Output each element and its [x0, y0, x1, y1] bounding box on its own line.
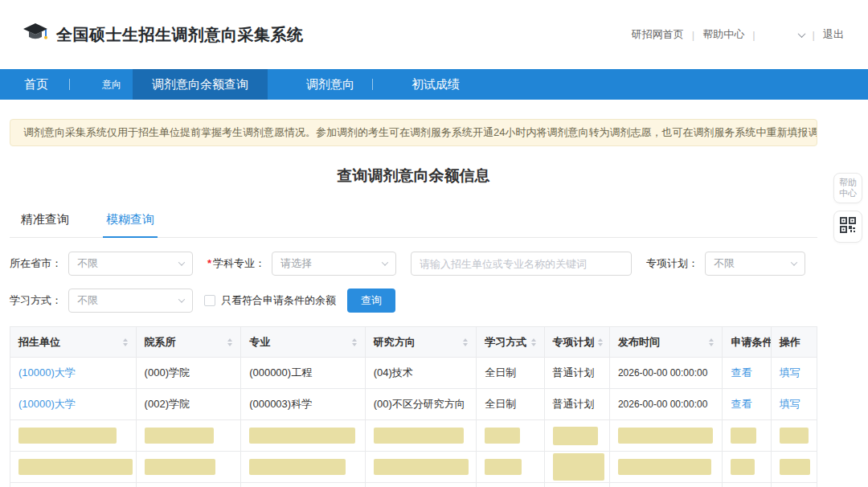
redacted-cell — [18, 428, 117, 444]
redacted-cell — [249, 428, 355, 444]
filter-row-2: 学习方式： 不限 只看符合申请条件的余额 查询 — [10, 289, 817, 313]
subject-select[interactable]: 请选择 — [272, 252, 396, 276]
query-button[interactable]: 查询 — [347, 289, 395, 313]
redacted-cell — [485, 428, 520, 444]
redacted-cell — [145, 428, 214, 444]
app-header: 全国硕士生招生调剂意向采集系统 研招网首页 | 帮助中心 | | 退出 — [0, 0, 868, 69]
filter-row-1: 所在省市： 不限 *学科专业： 请选择 专项计划： 不限 — [10, 252, 817, 276]
table-row-partial — [10, 483, 817, 487]
table-row-redacted — [10, 420, 817, 452]
col-header-publish-time: 发布时间 — [618, 335, 660, 350]
col-header-dept: 院系所 — [145, 335, 176, 350]
nav-item-tiaoji-yixiang[interactable]: 调剂意向 — [289, 69, 372, 100]
publish-time-cell: 2026-00-00 00:00:00 — [609, 358, 723, 389]
sort-icon[interactable] — [463, 338, 468, 346]
redacted-cell — [485, 459, 522, 475]
study-mode-select[interactable]: 不限 — [68, 289, 193, 313]
qr-code-widget[interactable] — [833, 211, 862, 243]
keyword-input[interactable] — [411, 252, 632, 276]
redacted-cell — [553, 427, 598, 445]
chevron-down-icon — [178, 259, 185, 265]
redacted-cell — [618, 459, 711, 475]
sort-icon[interactable] — [709, 338, 714, 346]
link-help-center[interactable]: 帮助中心 — [702, 27, 744, 42]
redacted-cell — [18, 459, 133, 475]
page-title: 查询调剂意向余额信息 — [10, 166, 817, 186]
study-mode-cell: 全日制 — [477, 358, 544, 389]
chevron-down-icon — [382, 259, 388, 265]
plan-cell: 普通计划 — [544, 389, 609, 420]
subject-label: *学科专业： — [207, 256, 265, 271]
query-tabs: 精准查询 模糊查询 — [10, 207, 817, 238]
nav-item-yixiang[interactable]: 意向 — [91, 69, 133, 100]
redacted-cell — [780, 428, 809, 444]
notice-banner: 调剂意向采集系统仅用于招生单位提前掌握考生调剂意愿情况。参加调剂的考生可在调剂服… — [10, 119, 817, 146]
redacted-cell — [553, 453, 604, 481]
sort-icon[interactable] — [531, 338, 536, 346]
chevron-down-icon — [178, 296, 185, 302]
graduation-cap-icon — [23, 23, 48, 47]
tab-precise-query[interactable]: 精准查询 — [18, 207, 72, 237]
plan-label: 专项计划： — [646, 256, 698, 271]
main-nav: 首页 意向 调剂意向余额查询 调剂意向 初试成绩 — [0, 69, 868, 100]
col-header-condition: 申请条件 — [731, 336, 771, 348]
table-row: (10000)大学 (002)学院 (000003)科学 (00)不区分研究方向… — [10, 389, 817, 420]
col-header-action: 操作 — [780, 336, 800, 348]
plan-cell: 普通计划 — [544, 358, 609, 389]
qr-code-icon — [840, 217, 856, 236]
col-header-major: 专业 — [249, 335, 270, 350]
nav-item-chushi-chengji[interactable]: 初试成绩 — [394, 69, 477, 100]
table-header-row: 招生单位 院系所 专业 研究方向 学习方式 专项计划 发布时间 申请条件 操作 — [10, 327, 817, 358]
fill-action-link[interactable]: 填写 — [780, 398, 800, 410]
major-cell: (000000)工程 — [241, 358, 366, 389]
study-mode-cell: 全日制 — [477, 389, 544, 420]
province-label: 所在省市： — [10, 256, 62, 271]
publish-time-cell: 2026-00-00 00:00:00 — [609, 389, 723, 420]
separator: | — [752, 29, 755, 41]
col-header-plan: 专项计划 — [553, 335, 595, 350]
tab-fuzzy-query[interactable]: 模糊查询 — [103, 207, 158, 238]
sort-icon[interactable] — [123, 338, 128, 346]
table-row: (10000)大学 (000)学院 (000000)工程 (04)技术 全日制 … — [10, 358, 817, 389]
unit-link[interactable]: (10000)大学 — [18, 398, 76, 410]
app-title: 全国硕士生招生调剂意向采集系统 — [56, 24, 304, 46]
eligible-only-checkbox-wrap[interactable]: 只看符合申请条件的余额 — [204, 293, 336, 308]
direction-cell: (04)技术 — [365, 358, 477, 389]
link-logout[interactable]: 退出 — [823, 27, 844, 42]
redacted-cell — [731, 428, 756, 444]
redacted-cell — [374, 428, 464, 444]
redacted-cell — [145, 459, 215, 475]
unit-link[interactable]: (10000)大学 — [18, 366, 76, 379]
link-yanzhao-home[interactable]: 研招网首页 — [632, 27, 684, 42]
sort-icon[interactable] — [352, 338, 357, 346]
chevron-down-icon — [791, 259, 797, 265]
province-select[interactable]: 不限 — [68, 252, 193, 276]
nav-item-balance-query[interactable]: 调剂意向余额查询 — [133, 69, 268, 100]
col-header-unit: 招生单位 — [18, 335, 60, 350]
floating-widgets: 帮助 中心 — [833, 173, 862, 243]
redacted-cell — [780, 459, 810, 475]
plan-select[interactable]: 不限 — [705, 252, 805, 276]
sort-icon[interactable] — [227, 338, 232, 346]
redacted-cell — [374, 459, 469, 475]
table-row-redacted — [10, 452, 817, 483]
eligible-only-label: 只看符合申请条件的余额 — [221, 293, 336, 308]
redacted-cell — [731, 459, 755, 475]
direction-cell: (00)不区分研究方向 — [365, 389, 477, 420]
balance-table: 招生单位 院系所 专业 研究方向 学习方式 专项计划 发布时间 申请条件 操作 … — [10, 326, 817, 487]
nav-item-home[interactable]: 首页 — [0, 69, 69, 100]
redacted-cell — [618, 428, 713, 444]
view-condition-link[interactable]: 查看 — [731, 366, 751, 379]
separator: | — [813, 29, 815, 41]
chevron-down-icon[interactable] — [797, 30, 805, 38]
view-condition-link[interactable]: 查看 — [731, 398, 751, 410]
sort-icon[interactable] — [598, 338, 603, 346]
study-mode-label: 学习方式： — [10, 293, 62, 308]
dept-cell: (002)学院 — [136, 389, 241, 420]
redacted-cell — [249, 459, 346, 475]
help-center-widget[interactable]: 帮助 中心 — [833, 173, 862, 203]
eligible-only-checkbox[interactable] — [204, 295, 215, 306]
separator: | — [692, 29, 694, 41]
major-cell: (000003)科学 — [241, 389, 366, 420]
fill-action-link[interactable]: 填写 — [780, 366, 800, 379]
